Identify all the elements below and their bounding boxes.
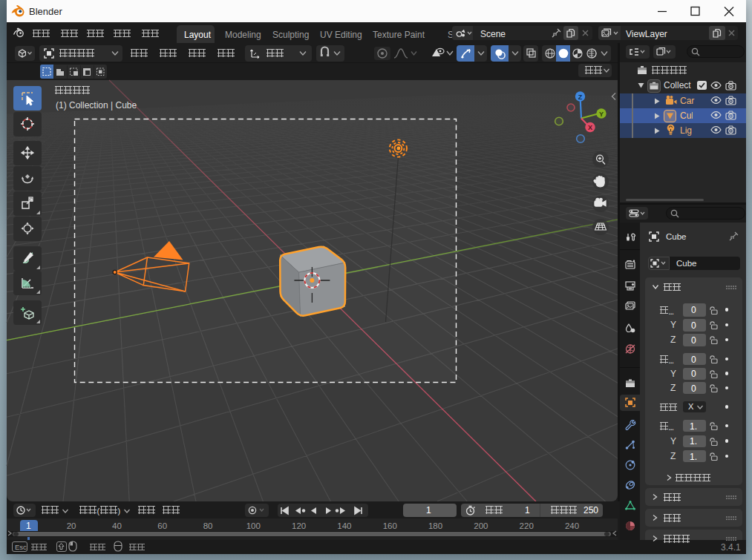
svg-text:Y: Y	[599, 111, 604, 118]
svg-text:X: X	[588, 124, 592, 131]
svg-text:Z: Z	[578, 93, 583, 101]
